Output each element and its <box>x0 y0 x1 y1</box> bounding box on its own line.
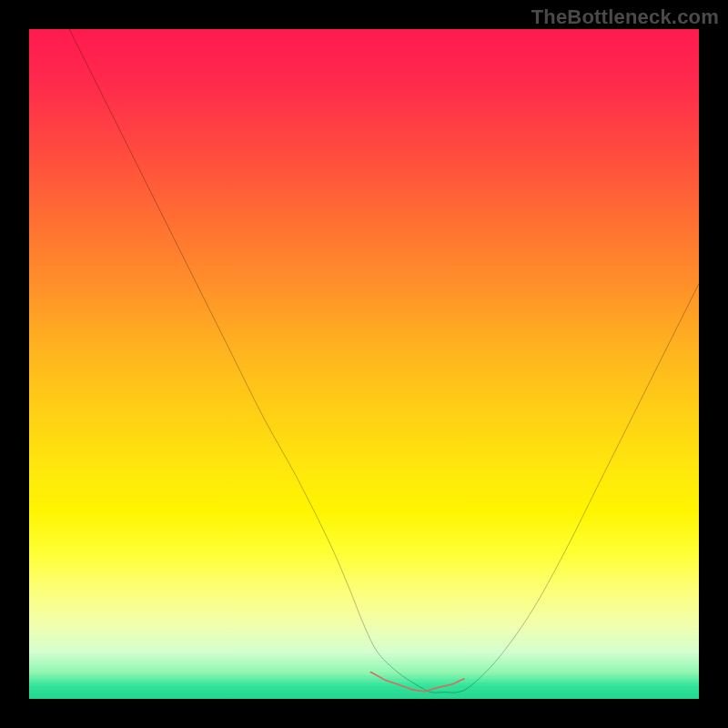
chart-svg <box>29 29 699 699</box>
valley-marker-path <box>370 672 464 692</box>
main-curve-path <box>69 29 699 693</box>
gradient-banding <box>29 579 699 699</box>
watermark-text: TheBottleneck.com <box>531 5 719 29</box>
chart-frame: TheBottleneck.com <box>0 0 728 728</box>
plot-area <box>29 29 699 699</box>
